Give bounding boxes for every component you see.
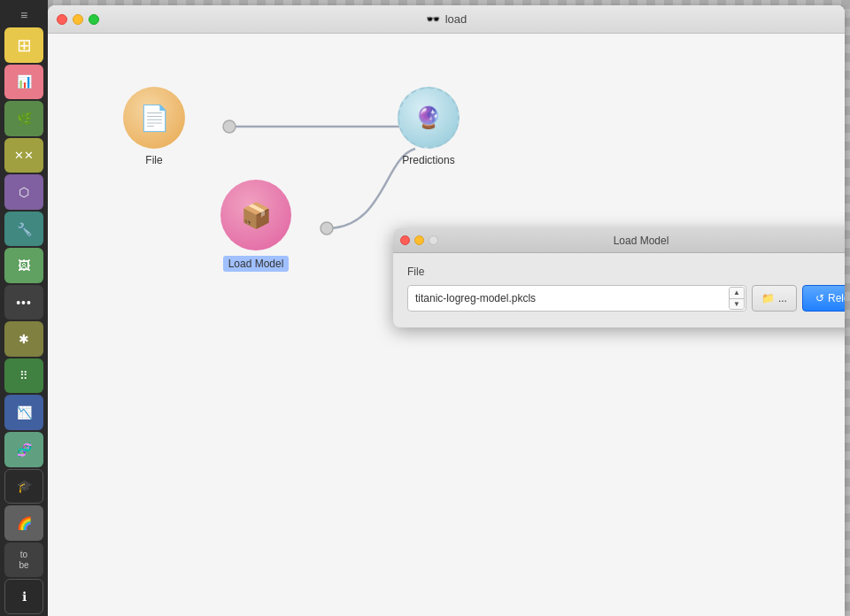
stepper-up-button[interactable]: ▲ xyxy=(730,288,744,299)
predictions-node[interactable]: 🔮 Predictions xyxy=(398,87,460,166)
reload-button[interactable]: ↺ Reload xyxy=(802,285,845,312)
load-model-out-port xyxy=(321,222,333,235)
dialog-titlebar: Load Model xyxy=(393,228,845,253)
predictions-node-label: Predictions xyxy=(402,154,454,166)
load-model-dialog: Load Model File ▲ ▼ 📁 ... xyxy=(393,228,845,327)
canvas-area[interactable]: 📄 File 🔮 Predictions 📦 Load Model xyxy=(48,34,845,616)
stepper-down-button[interactable]: ▼ xyxy=(730,299,744,310)
browse-label: ... xyxy=(778,292,787,304)
window-titlebar: 🕶️ load xyxy=(48,5,845,34)
sidebar-item-bio[interactable]: 🧬 xyxy=(4,432,43,467)
predictions-node-icon: 🔮 xyxy=(415,105,442,130)
file-out-port xyxy=(223,120,236,133)
sidebar-item-dotgrid[interactable]: ⠿ xyxy=(4,358,43,394)
file-input-wrapper: ▲ ▼ xyxy=(407,285,746,312)
chart-icon: 📉 xyxy=(17,405,32,420)
bio-icon: 🧬 xyxy=(17,443,32,457)
dialog-field-label: File xyxy=(407,266,845,278)
text-icon: tobe xyxy=(19,550,28,571)
sidebar-item-tree[interactable]: 🌿 xyxy=(4,101,43,136)
title-text: load xyxy=(445,12,468,26)
dotgrid-icon: ⠿ xyxy=(19,369,28,382)
sidebar: ≡ ⊞ 📊 🌿 ✕✕ ⬡ 🔧 🖼 ••• ✱ ⠿ 📉 🧬 🎓 🌈 tobe xyxy=(0,0,48,616)
folder-icon: 📁 xyxy=(761,292,775,304)
dialog-content: File ▲ ▼ 📁 ... ↺ xyxy=(393,253,845,327)
info-icon: ℹ xyxy=(22,589,27,604)
file-node-circle: 📄 xyxy=(123,87,185,149)
load-model-node-circle: 📦 xyxy=(220,180,291,250)
tree-icon: 🌿 xyxy=(17,112,32,126)
data-table-icon: ⊞ xyxy=(17,35,32,56)
dialog-file-row: ▲ ▼ 📁 ... ↺ Reload xyxy=(407,285,845,312)
sidebar-item-rainbow[interactable]: 🌈 xyxy=(4,505,43,541)
file-path-input[interactable] xyxy=(407,285,746,312)
sidebar-item-data-table[interactable]: ⊞ xyxy=(4,27,43,63)
maximize-button[interactable] xyxy=(89,14,99,25)
sidebar-item-feature[interactable]: ✕✕ xyxy=(4,138,43,173)
sidebar-header: ≡ xyxy=(0,4,48,26)
rainbow-icon: 🌈 xyxy=(17,516,32,530)
sidebar-item-network[interactable]: ✱ xyxy=(4,321,43,357)
dialog-maximize-button[interactable] xyxy=(429,235,438,245)
dialog-minimize-button[interactable] xyxy=(414,235,424,245)
file-node-label: File xyxy=(145,154,162,166)
sidebar-item-scatter[interactable]: 📊 xyxy=(4,65,43,100)
minimize-button[interactable] xyxy=(73,14,83,25)
window-controls xyxy=(57,14,99,25)
close-button[interactable] xyxy=(57,14,67,25)
load-model-node-label: Load Model xyxy=(223,256,290,272)
model-icon: 🔧 xyxy=(17,222,32,236)
window-title: 🕶️ load xyxy=(426,12,468,26)
sidebar-item-model[interactable]: 🔧 xyxy=(4,212,43,247)
sidebar-menu-icon[interactable]: ≡ xyxy=(20,8,27,22)
sidebar-item-graduation[interactable]: 🎓 xyxy=(4,469,43,504)
stepper-arrows: ▲ ▼ xyxy=(729,287,745,310)
sidebar-item-chart[interactable]: 📉 xyxy=(4,395,43,430)
feature-icon: ✕✕ xyxy=(14,149,34,162)
sidebar-item-cluster[interactable]: ⬡ xyxy=(4,174,43,210)
reload-icon: ↺ xyxy=(815,292,824,304)
browse-button[interactable]: 📁 ... xyxy=(752,285,797,312)
cluster-icon: ⬡ xyxy=(19,185,29,199)
dialog-close-button[interactable] xyxy=(400,235,410,245)
main-window: 🕶️ load � xyxy=(48,5,845,616)
load-model-node-icon: 📦 xyxy=(241,201,272,230)
sidebar-item-image[interactable]: 🖼 xyxy=(4,248,43,283)
graduation-icon: 🎓 xyxy=(17,479,32,493)
load-model-node[interactable]: 📦 Load Model xyxy=(220,180,291,272)
sidebar-item-info[interactable]: ℹ xyxy=(4,579,43,614)
network-icon: ✱ xyxy=(19,332,29,346)
sidebar-item-dots[interactable]: ••• xyxy=(4,285,43,320)
scatter-icon: 📊 xyxy=(17,74,32,89)
file-node[interactable]: 📄 File xyxy=(123,87,185,166)
reload-label: Reload xyxy=(828,292,845,304)
dots-icon: ••• xyxy=(16,296,32,310)
dialog-controls xyxy=(400,235,438,245)
file-node-icon: 📄 xyxy=(139,104,170,133)
image-icon: 🖼 xyxy=(18,258,30,273)
sidebar-item-text[interactable]: tobe xyxy=(4,543,43,578)
predictions-node-circle: 🔮 xyxy=(398,87,460,149)
dialog-title-text: Load Model xyxy=(614,235,669,247)
title-icon: 🕶️ xyxy=(426,12,440,26)
